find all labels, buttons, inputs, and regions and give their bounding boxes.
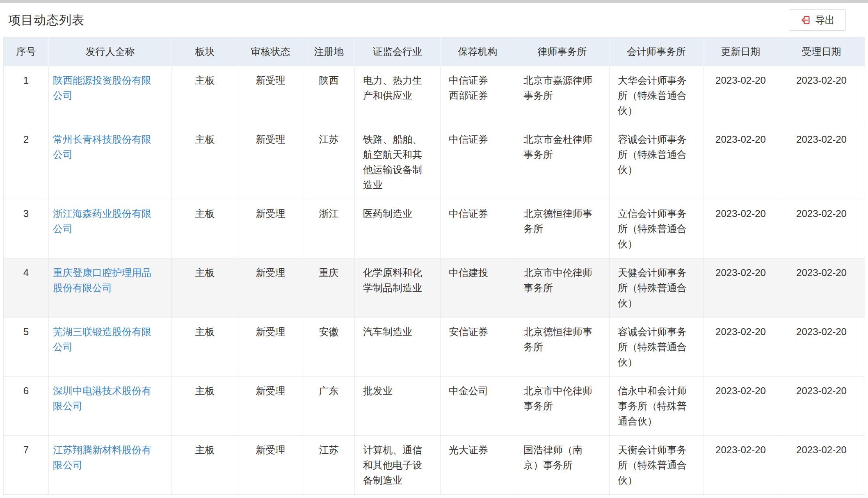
cell-issuer: 常州长青科技股份有限公司 xyxy=(49,125,172,199)
cell-law_firm: 北京市金杜律师事务所 xyxy=(515,125,610,199)
cell-region: 陕西 xyxy=(303,66,355,125)
column-header-sponsor: 保荐机构 xyxy=(441,37,515,66)
cell-status: 新受理 xyxy=(238,377,303,436)
table-row[interactable]: 3浙江海森药业股份有限公司主板新受理浙江医药制造业中信证券北京德恒律师事务所立信… xyxy=(4,199,865,258)
column-header-accounting_firm: 会计师事务所 xyxy=(610,37,704,66)
cell-accept_date: 2023-02-20 xyxy=(778,125,865,199)
cell-industry: 汽车制造业 xyxy=(355,318,441,377)
cell-industry: 计算机、通信和其他电子设备制造业 xyxy=(355,436,441,495)
cell-issuer: 芜湖三联锻造股份有限公司 xyxy=(49,318,172,377)
cell-sponsor: 安信证券 xyxy=(441,318,515,377)
export-icon xyxy=(800,14,811,26)
table-row[interactable]: 6深圳中电港技术股份有限公司主板新受理广东批发业中金公司北京市中伦律师事务所信永… xyxy=(4,377,865,436)
cell-region: 广东 xyxy=(303,377,355,436)
cell-sponsor: 中信证券 xyxy=(441,199,515,258)
column-header-issuer: 发行人全称 xyxy=(49,37,172,66)
cell-accounting_firm: 立信会计师事务所（特殊普通合伙） xyxy=(610,199,704,258)
cell-sponsor: 中信证券 西部证券 xyxy=(441,66,515,125)
cell-industry: 电力、热力生产和供应业 xyxy=(355,66,441,125)
cell-sponsor: 光大证券 xyxy=(441,436,515,495)
page-title: 项目动态列表 xyxy=(8,12,85,29)
cell-update_date: 2023-02-20 xyxy=(704,318,778,377)
cell-index: 1 xyxy=(4,66,49,125)
cell-region: 安徽 xyxy=(303,318,355,377)
cell-update_date: 2023-02-20 xyxy=(704,66,778,125)
cell-issuer: 深圳中电港技术股份有限公司 xyxy=(49,377,172,436)
cell-index: 7 xyxy=(4,436,49,495)
cell-update_date: 2023-02-20 xyxy=(704,199,778,258)
issuer-link[interactable]: 陕西能源投资股份有限公司 xyxy=(53,75,151,101)
cell-accounting_firm: 容诚会计师事务所（特殊普通合伙） xyxy=(610,125,704,199)
cell-law_firm: 北京市中伦律师事务所 xyxy=(515,258,610,318)
cell-status: 新受理 xyxy=(238,199,303,258)
cell-issuer: 重庆登康口腔护理用品股份有限公司 xyxy=(49,258,172,318)
cell-board: 主板 xyxy=(172,125,238,199)
project-dynamics-table: 序号发行人全称板块审核状态注册地证监会行业保荐机构律师事务所会计师事务所更新日期… xyxy=(3,37,865,495)
cell-status: 新受理 xyxy=(238,66,303,125)
column-header-update_date: 更新日期 xyxy=(704,37,778,66)
cell-board: 主板 xyxy=(172,318,238,377)
cell-update_date: 2023-02-20 xyxy=(704,258,778,318)
issuer-link[interactable]: 江苏翔腾新材料股份有限公司 xyxy=(53,444,151,471)
column-header-status: 审核状态 xyxy=(238,37,303,66)
cell-accounting_firm: 信永中和会计师事务所（特殊普通合伙） xyxy=(610,377,704,436)
cell-index: 6 xyxy=(4,377,49,436)
cell-index: 4 xyxy=(4,258,49,318)
cell-sponsor: 中信证券 xyxy=(441,125,515,199)
table-row[interactable]: 5芜湖三联锻造股份有限公司主板新受理安徽汽车制造业安信证券北京德恒律师事务所容诚… xyxy=(4,318,865,377)
cell-update_date: 2023-02-20 xyxy=(704,377,778,436)
issuer-link[interactable]: 浙江海森药业股份有限公司 xyxy=(53,208,151,234)
table-row[interactable]: 4重庆登康口腔护理用品股份有限公司主板新受理重庆化学原料和化学制品制造业中信建投… xyxy=(4,258,865,318)
cell-accept_date: 2023-02-20 xyxy=(778,318,865,377)
cell-region: 江苏 xyxy=(303,436,355,495)
table-row[interactable]: 2常州长青科技股份有限公司主板新受理江苏铁路、船舶、航空航天和其他运输设备制造业… xyxy=(4,125,865,199)
table-row[interactable]: 7江苏翔腾新材料股份有限公司主板新受理江苏计算机、通信和其他电子设备制造业光大证… xyxy=(4,436,865,495)
cell-accounting_firm: 天健会计师事务所（特殊普通合伙） xyxy=(610,258,704,318)
cell-accept_date: 2023-02-20 xyxy=(778,199,865,258)
table-header-row: 序号发行人全称板块审核状态注册地证监会行业保荐机构律师事务所会计师事务所更新日期… xyxy=(4,37,865,66)
cell-board: 主板 xyxy=(172,66,238,125)
cell-accept_date: 2023-02-20 xyxy=(778,377,865,436)
issuer-link[interactable]: 重庆登康口腔护理用品股份有限公司 xyxy=(53,267,151,293)
cell-issuer: 陕西能源投资股份有限公司 xyxy=(49,66,172,125)
cell-update_date: 2023-02-20 xyxy=(704,436,778,495)
cell-status: 新受理 xyxy=(238,258,303,318)
export-button[interactable]: 导出 xyxy=(789,9,846,31)
page-top-edge xyxy=(0,0,868,3)
cell-status: 新受理 xyxy=(238,436,303,495)
cell-board: 主板 xyxy=(172,199,238,258)
cell-industry: 批发业 xyxy=(355,377,441,436)
cell-law_firm: 北京市中伦律师事务所 xyxy=(515,377,610,436)
cell-sponsor: 中金公司 xyxy=(441,377,515,436)
cell-accounting_firm: 容诚会计师事务所（特殊普通合伙） xyxy=(610,318,704,377)
cell-law_firm: 北京市嘉源律师事务所 xyxy=(515,66,610,125)
cell-issuer: 浙江海森药业股份有限公司 xyxy=(49,199,172,258)
cell-industry: 医药制造业 xyxy=(355,199,441,258)
column-header-region: 注册地 xyxy=(303,37,355,66)
cell-region: 浙江 xyxy=(303,199,355,258)
cell-status: 新受理 xyxy=(238,318,303,377)
cell-region: 江苏 xyxy=(303,125,355,199)
cell-index: 3 xyxy=(4,199,49,258)
cell-accounting_firm: 天衡会计师事务所（特殊普通合伙） xyxy=(610,436,704,495)
cell-industry: 铁路、船舶、航空航天和其他运输设备制造业 xyxy=(355,125,441,199)
cell-accept_date: 2023-02-20 xyxy=(778,436,865,495)
export-button-label: 导出 xyxy=(815,14,835,27)
column-header-index: 序号 xyxy=(4,37,49,66)
column-header-accept_date: 受理日期 xyxy=(778,37,865,66)
cell-issuer: 江苏翔腾新材料股份有限公司 xyxy=(49,436,172,495)
cell-update_date: 2023-02-20 xyxy=(704,125,778,199)
issuer-link[interactable]: 深圳中电港技术股份有限公司 xyxy=(53,385,151,411)
table-row[interactable]: 1陕西能源投资股份有限公司主板新受理陕西电力、热力生产和供应业中信证券 西部证券… xyxy=(4,66,865,125)
cell-accounting_firm: 大华会计师事务所（特殊普通合伙） xyxy=(610,66,704,125)
issuer-link[interactable]: 常州长青科技股份有限公司 xyxy=(53,134,151,160)
list-header-bar: 项目动态列表 导出 xyxy=(0,3,868,37)
cell-status: 新受理 xyxy=(238,125,303,199)
issuer-link[interactable]: 芜湖三联锻造股份有限公司 xyxy=(53,326,151,352)
cell-accept_date: 2023-02-20 xyxy=(778,258,865,318)
cell-index: 2 xyxy=(4,125,49,199)
cell-law_firm: 国浩律师（南京）事务所 xyxy=(515,436,610,495)
cell-board: 主板 xyxy=(172,258,238,318)
column-header-law_firm: 律师事务所 xyxy=(515,37,610,66)
cell-industry: 化学原料和化学制品制造业 xyxy=(355,258,441,318)
